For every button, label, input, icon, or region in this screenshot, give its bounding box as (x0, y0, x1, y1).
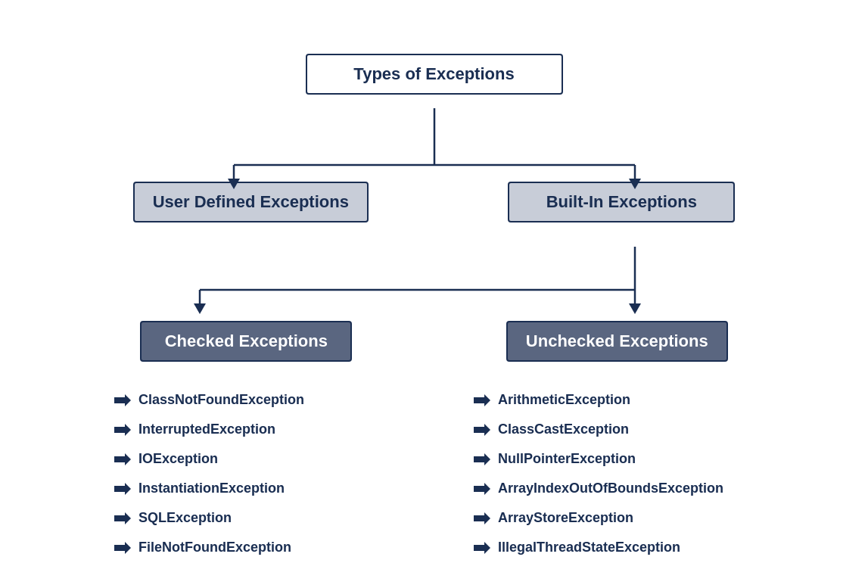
checked-list: ClassNotFoundException InterruptedExcept… (92, 392, 394, 555)
arrow-right-icon (474, 424, 490, 436)
arrow-right-icon (114, 424, 131, 436)
list-item: InstantiationException (114, 481, 394, 496)
arrow-right-icon (474, 394, 490, 406)
user-defined-box: User Defined Exceptions (133, 182, 369, 222)
arrow-right-icon (474, 512, 490, 524)
arrow-right-icon (474, 483, 490, 495)
checked-box: Checked Exceptions (140, 321, 352, 362)
svg-marker-12 (114, 394, 131, 406)
list-item-label: IOException (138, 451, 218, 467)
arrow-right-icon (114, 483, 131, 495)
svg-marker-16 (114, 512, 131, 524)
svg-marker-17 (114, 542, 131, 554)
list-item-label: InstantiationException (138, 481, 285, 496)
list-item-label: FileNotFoundException (138, 540, 291, 555)
list-item: NullPointerException (474, 451, 776, 467)
list-item: ClassCastException (474, 422, 776, 437)
user-defined-label: User Defined Exceptions (153, 192, 349, 212)
list-item: IOException (114, 451, 394, 467)
list-item-label: ClassNotFoundException (138, 392, 304, 408)
list-item: ArrayIndexOutOfBoundsException (474, 481, 776, 496)
list-item: ArithmeticException (474, 392, 776, 408)
arrow-right-icon (474, 542, 490, 554)
built-in-box: Built-In Exceptions (508, 182, 735, 222)
unchecked-label: Unchecked Exceptions (526, 331, 708, 351)
arrow-right-icon (114, 453, 131, 465)
root-box: Types of Exceptions (306, 54, 563, 95)
svg-marker-22 (474, 512, 490, 524)
arrow-right-icon (114, 394, 131, 406)
root-label: Types of Exceptions (353, 64, 514, 84)
list-item: SQLException (114, 510, 394, 526)
list-item: IllegalThreadStateException (474, 540, 776, 555)
list-item-label: ClassCastException (498, 422, 629, 437)
built-in-label: Built-In Exceptions (546, 192, 697, 212)
svg-marker-15 (114, 483, 131, 495)
svg-marker-13 (114, 424, 131, 436)
svg-marker-20 (474, 453, 490, 465)
level2-row: Checked Exceptions Unchecked Exceptions (33, 321, 835, 362)
list-item: FileNotFoundException (114, 540, 394, 555)
list-item-label: InterruptedException (138, 422, 275, 437)
list-item: ClassNotFoundException (114, 392, 394, 408)
connector-spacer-2 (33, 222, 835, 321)
list-item-label: SQLException (138, 510, 232, 526)
arrow-right-icon (114, 512, 131, 524)
svg-marker-19 (474, 424, 490, 436)
list-item-label: NullPointerException (498, 451, 636, 467)
root-row: Types of Exceptions (33, 33, 835, 95)
svg-marker-14 (114, 453, 131, 465)
svg-marker-21 (474, 483, 490, 495)
list-item: InterruptedException (114, 422, 394, 437)
unchecked-list: ArithmeticException ClassCastException N… (451, 392, 776, 555)
list-item-label: ArrayStoreException (498, 510, 633, 526)
list-item-label: ArithmeticException (498, 392, 630, 408)
level1-row: User Defined Exceptions Built-In Excepti… (33, 182, 835, 222)
checked-label: Checked Exceptions (165, 331, 328, 351)
arrow-right-icon (114, 542, 131, 554)
list-item: ArrayStoreException (474, 510, 776, 526)
list-item-label: IllegalThreadStateException (498, 540, 680, 555)
lists-row: ClassNotFoundException InterruptedExcept… (33, 377, 835, 555)
diagram: Types of Exceptions User Defined Excepti… (33, 33, 835, 555)
list-item-label: ArrayIndexOutOfBoundsException (498, 481, 723, 496)
arrow-right-icon (474, 453, 490, 465)
svg-marker-18 (474, 394, 490, 406)
connector-spacer-1 (33, 95, 835, 182)
svg-marker-23 (474, 542, 490, 554)
unchecked-box: Unchecked Exceptions (506, 321, 728, 362)
